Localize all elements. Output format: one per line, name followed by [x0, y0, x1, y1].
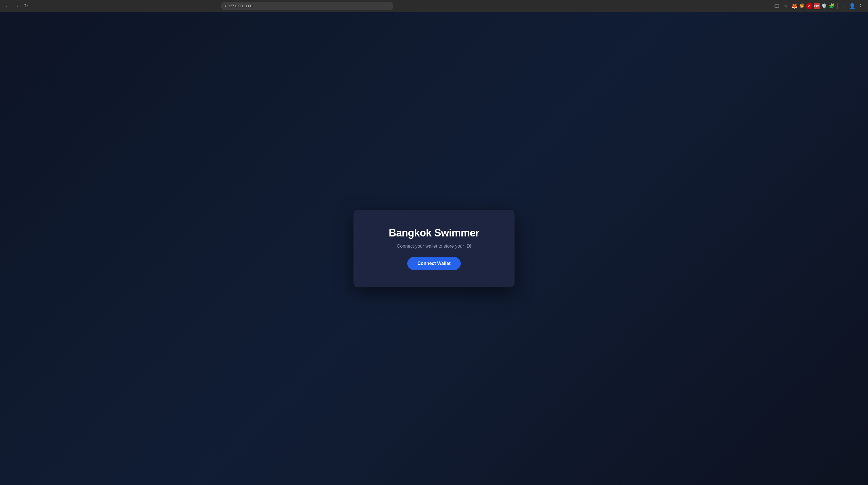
divider: [837, 3, 838, 9]
browser-chrome: ← → ↻ ● 127.0.0.1:3001 ☆ 🦊 🦁 ✕ 21:9 🛡️ 🧩…: [0, 0, 868, 12]
page-content: Bangkok Swimmer Connect your wallet to s…: [0, 12, 868, 485]
back-button[interactable]: ←: [3, 2, 11, 10]
red-circle-icon[interactable]: ✕: [806, 3, 812, 9]
bookmark-star-icon[interactable]: ☆: [782, 2, 790, 10]
card-title: Bangkok Swimmer: [389, 227, 479, 239]
card-subtitle: Connect your wallet to store your ID!: [397, 244, 471, 249]
forward-button[interactable]: →: [13, 2, 21, 10]
browser-nav-buttons: ← → ↻: [3, 2, 30, 10]
download-icon[interactable]: ↓: [840, 2, 848, 10]
profile-avatar-icon[interactable]: 👤: [849, 3, 855, 9]
svg-point-1: [776, 7, 777, 7]
connect-wallet-button[interactable]: Connect Wallet: [407, 257, 461, 270]
lock-icon: ●: [224, 4, 226, 8]
vpn-shield-icon[interactable]: 🛡️: [821, 3, 828, 9]
badge-icon[interactable]: 21:9: [814, 3, 820, 9]
puzzle-icon[interactable]: 🧩: [829, 3, 835, 9]
browser-actions: ☆ 🦊 🦁 ✕ 21:9 🛡️ 🧩 ↓ 👤 ⋮: [773, 2, 865, 10]
menu-icon[interactable]: ⋮: [857, 2, 865, 10]
screen-cast-icon[interactable]: [773, 2, 781, 10]
address-bar[interactable]: ● 127.0.0.1:3001: [221, 2, 394, 10]
reload-button[interactable]: ↻: [22, 2, 30, 10]
url-text: 127.0.0.1:3001: [228, 4, 253, 8]
brave-lion-icon[interactable]: 🦁: [799, 3, 805, 9]
connect-wallet-card: Bangkok Swimmer Connect your wallet to s…: [353, 210, 515, 287]
metamask-fox-icon[interactable]: 🦊: [791, 3, 798, 9]
